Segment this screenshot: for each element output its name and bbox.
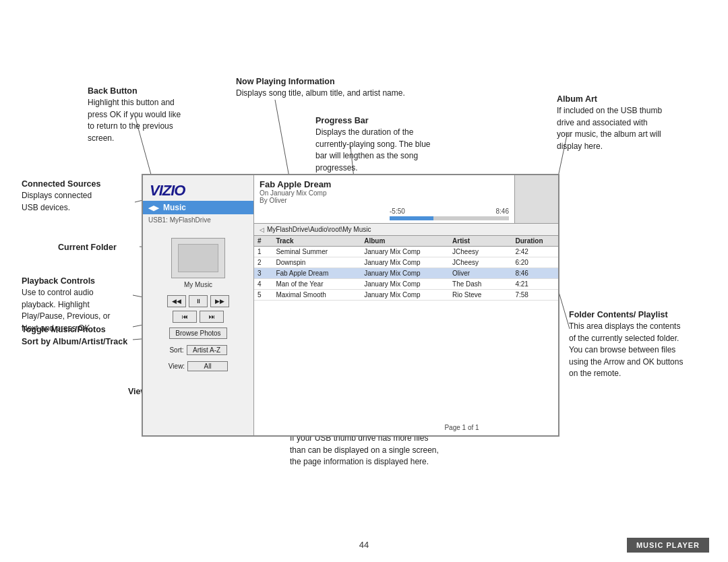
right-panel: Fab Apple Dream On January Mix Comp By O…	[254, 175, 558, 435]
album-art	[514, 175, 558, 223]
view-value[interactable]: All	[187, 361, 228, 371]
playback-row-1: ◀◀ ⏸ ▶▶	[167, 295, 229, 307]
svg-line-1	[275, 100, 290, 181]
time-total: 8:46	[496, 208, 509, 215]
progress-bar	[390, 216, 509, 220]
col-dur-header: Duration	[512, 236, 558, 247]
np-album: On January Mix Comp	[260, 189, 379, 197]
fwd-button[interactable]: ⏭	[200, 311, 224, 323]
cell-num: 3	[254, 268, 272, 279]
tv-screen: VIZIO ◀▶ Music USB1: MyFlashDrive My Mus…	[142, 174, 559, 437]
cell-album: January Mix Comp	[361, 257, 449, 268]
toggle-music-annotation: Toggle Music/Photos	[22, 323, 106, 336]
sort-row: Sort: Artist A-Z	[169, 345, 226, 355]
cell-artist: Rio Steve	[449, 290, 512, 301]
progress-section: -5:50 8:46	[384, 175, 514, 223]
playlist-header: # Track Album Artist Duration	[254, 236, 558, 247]
path-bar: ◁ MyFlashDrive\Audio\root\My Music	[254, 224, 558, 236]
progress-bar-annotation: Progress Bar Displays the duration of th…	[315, 115, 444, 174]
col-track-header: Track	[272, 236, 361, 247]
cell-album: January Mix Comp	[361, 279, 449, 290]
col-artist-header: Artist	[449, 236, 512, 247]
np-artist: By Oliver	[260, 197, 379, 204]
browse-photos-button[interactable]: Browse Photos	[169, 327, 226, 339]
sort-value[interactable]: Artist A-Z	[187, 345, 227, 355]
cell-artist: The Dash	[449, 279, 512, 290]
vizio-logo: VIZIO	[143, 175, 253, 201]
cell-artist: JCheesy	[449, 257, 512, 268]
usb-label: USB1: MyFlashDrive	[143, 214, 253, 226]
col-num-header: #	[254, 236, 272, 247]
next-button[interactable]: ▶▶	[210, 295, 229, 307]
page-info-row: Page 1 of 1	[365, 424, 558, 431]
album-art-annotation: Album Art If included on the USB thumb d…	[557, 93, 665, 152]
playlist-row[interactable]: 5 Maximal Smooth January Mix Comp Rio St…	[254, 290, 558, 301]
cell-duration: 2:42	[512, 247, 558, 257]
progress-bar-fill	[390, 216, 433, 220]
playlist-row[interactable]: 4 Man of the Year January Mix Comp The D…	[254, 279, 558, 290]
progress-times: -5:50 8:46	[390, 208, 509, 215]
now-playing-strip: Fab Apple Dream On January Mix Comp By O…	[254, 175, 558, 224]
path-text: MyFlashDrive\Audio\root\My Music	[267, 226, 371, 233]
now-playing-annotation: Now Playing Information Displays song ti…	[236, 75, 405, 100]
playlist-row[interactable]: 1 Seminal Summer January Mix Comp JChees…	[254, 247, 558, 257]
cell-duration: 8:46	[512, 268, 558, 279]
cell-album: January Mix Comp	[361, 247, 449, 257]
controls-area: ◀◀ ⏸ ▶▶ ⏮ ⏭ Browse Photos Sort: Artist A…	[143, 295, 253, 371]
cell-duration: 6:20	[512, 257, 558, 268]
connected-sources-annotation: Connected Sources Displays connected USB…	[22, 178, 109, 214]
view-label: View:	[169, 363, 185, 370]
cell-num: 5	[254, 290, 272, 301]
playlist-row[interactable]: 3 Fab Apple Dream January Mix Comp Olive…	[254, 268, 558, 279]
play-icon: ◀▶	[148, 204, 159, 212]
time-elapsed: -5:50	[390, 208, 405, 215]
sort-by-annotation: Sort by Album/Artist/Track	[22, 336, 127, 348]
playlist-table: # Track Album Artist Duration 1 Seminal …	[254, 236, 558, 301]
folder-contents-annotation: Folder Contents/ Playlist This area disp…	[569, 309, 687, 379]
cell-num: 2	[254, 257, 272, 268]
cell-num: 1	[254, 247, 272, 257]
page-number: 44	[359, 540, 369, 550]
cell-artist: JCheesy	[449, 247, 512, 257]
folder-thumbnail	[171, 238, 225, 278]
cell-artist: Oliver	[449, 268, 512, 279]
cell-track: Maximal Smooth	[272, 290, 361, 301]
cell-album: January Mix Comp	[361, 290, 449, 301]
cell-track: Downspin	[272, 257, 361, 268]
music-player-label: MUSIC PLAYER	[627, 538, 709, 553]
now-playing-info: Fab Apple Dream On January Mix Comp By O…	[254, 175, 384, 223]
view-row: View: All	[169, 361, 228, 371]
path-arrow-icon: ◁	[260, 226, 264, 233]
pause-button[interactable]: ⏸	[189, 295, 208, 307]
folder-inner	[178, 244, 218, 272]
playlist-header-row: # Track Album Artist Duration	[254, 236, 558, 247]
music-bar: ◀▶ Music	[143, 201, 253, 214]
back-button-annotation: Back Button Highlight this button and pr…	[88, 85, 189, 144]
folder-name: My Music	[143, 281, 253, 288]
cell-track: Man of the Year	[272, 279, 361, 290]
cell-duration: 4:21	[512, 279, 558, 290]
svg-line-11	[558, 290, 570, 329]
playlist-row[interactable]: 2 Downspin January Mix Comp JCheesy 6:20	[254, 257, 558, 268]
cell-duration: 7:58	[512, 290, 558, 301]
left-panel: VIZIO ◀▶ Music USB1: MyFlashDrive My Mus…	[143, 175, 254, 435]
prev-button[interactable]: ◀◀	[167, 295, 186, 307]
playlist-body: 1 Seminal Summer January Mix Comp JChees…	[254, 247, 558, 301]
cell-track: Fab Apple Dream	[272, 268, 361, 279]
rew-button[interactable]: ⏮	[173, 311, 197, 323]
sort-label: Sort:	[169, 346, 183, 354]
col-album-header: Album	[361, 236, 449, 247]
current-folder-annotation: Current Folder	[58, 241, 117, 253]
cell-track: Seminal Summer	[272, 247, 361, 257]
np-title: Fab Apple Dream	[260, 179, 379, 189]
playback-row-2: ⏮ ⏭	[173, 311, 224, 323]
music-label: Music	[163, 203, 186, 212]
cell-num: 4	[254, 279, 272, 290]
cell-album: January Mix Comp	[361, 268, 449, 279]
